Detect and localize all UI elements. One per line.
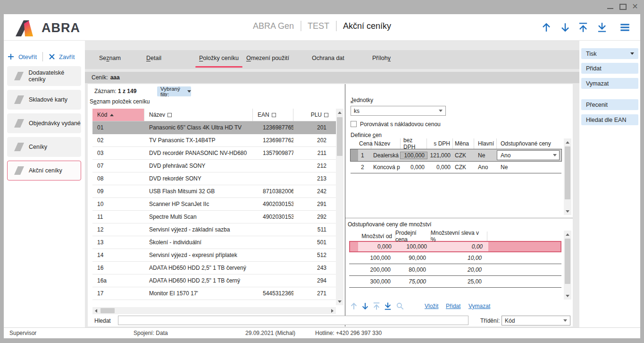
scroll-left-icon[interactable]	[92, 307, 100, 314]
table-row[interactable]: 10Scanner HP ScanJet IIc4902030153557291	[92, 198, 336, 211]
plus-icon[interactable]	[7, 53, 15, 60]
hledat-dle-ean-button[interactable]: Hledat dle EAN	[581, 114, 638, 125]
table-row[interactable]: 08DVD rekordér SONY213	[92, 172, 336, 185]
menu-icon[interactable]	[619, 21, 631, 34]
move-up-icon[interactable]	[349, 301, 359, 311]
app-header: ABRA ABRA Gen TEST Akční ceníky	[4, 14, 640, 41]
screen: ✕ ABRA ABRA Gen TEST	[0, 0, 644, 343]
compare-cost-checkbox[interactable]	[351, 121, 357, 127]
precenit-button[interactable]: Přecenit	[581, 99, 638, 110]
column-header-mnozstevni-sleva[interactable]: Množstevní sleva v %	[431, 232, 487, 241]
table-row[interactable]: 09USB Flash Mitsumi 32 GB871038200647924…	[92, 185, 336, 198]
jednotky-select[interactable]: ks	[351, 106, 446, 116]
table-row[interactable]: 300,000 75,000 25,00	[349, 276, 561, 288]
vymazat-link[interactable]: Vymazat	[468, 303, 490, 309]
column-header-s-dph[interactable]: s DPH	[427, 138, 453, 149]
vertical-scrollbar[interactable]	[564, 138, 571, 215]
maximize-icon[interactable]	[619, 3, 627, 10]
close-button[interactable]: Zavřít	[59, 53, 75, 60]
close-icon[interactable]: ✕	[631, 3, 639, 10]
vertical-scrollbar[interactable]	[564, 231, 571, 300]
vertical-scrollbar[interactable]	[336, 109, 343, 305]
list-title: Seznam položek ceníku	[90, 98, 150, 105]
tab-polozky-ceniku[interactable]: Položky ceníku	[199, 55, 239, 61]
tab-detail[interactable]: Detail	[146, 55, 161, 61]
scroll-up-icon[interactable]	[564, 138, 571, 146]
scroll-down-icon[interactable]	[564, 207, 571, 215]
table-row[interactable]: 2 Koncová p 0,000 0,000 CZK Ano Ne	[351, 161, 561, 173]
search-icon[interactable]	[395, 301, 405, 311]
table-row[interactable]: 13Školení - individuální501	[92, 236, 336, 249]
table-row[interactable]: 100,000 90,000 10,00	[349, 252, 561, 264]
table-row[interactable]: 200,000 80,000 20,00	[349, 264, 561, 276]
table-row[interactable]: 02TV Panasonic TX-14B4TP123698776238202	[92, 134, 336, 147]
table-row[interactable]: 16ADATA HD650 HDD 2,5" 1 TB červený243	[92, 262, 336, 274]
column-header-nazev[interactable]: Název	[144, 109, 253, 121]
column-header-plu[interactable]: PLU	[293, 109, 336, 121]
column-header-cena[interactable]: Cena	[351, 138, 371, 149]
search-input[interactable]	[118, 316, 468, 325]
scroll-right-icon[interactable]	[329, 307, 336, 314]
column-header-bez-dph[interactable]: bez DPH	[401, 138, 427, 149]
jump-to-bottom-icon[interactable]	[596, 21, 608, 34]
chevron-down-icon	[439, 110, 443, 112]
close-x-icon[interactable]	[49, 53, 55, 60]
table-row[interactable]: 1 Dealerská 100,000 121,000 CZK Ne Ano	[351, 149, 561, 161]
column-header-odstupnovane-ceny[interactable]: Odstupňované ceny	[497, 138, 561, 149]
tisk-button[interactable]: Tisk	[581, 48, 638, 59]
scrollbar-thumb[interactable]	[565, 146, 570, 199]
scrollbar-thumb[interactable]	[100, 308, 115, 313]
column-header-kod[interactable]: Kód	[92, 109, 144, 121]
column-header-nazev[interactable]: Název	[371, 138, 401, 149]
tab-ochrana-dat[interactable]: Ochrana dat	[312, 55, 344, 61]
odstupnovane-cell-select[interactable]: Ano	[497, 150, 560, 160]
navigate-first-icon[interactable]	[540, 21, 552, 34]
table-row[interactable]: 11Spectre Multi Scan4902030153577292	[92, 211, 336, 223]
table-row[interactable]: 17Monitor EI 1570 17'5445312369556271	[92, 287, 336, 300]
scroll-down-icon[interactable]	[564, 292, 571, 300]
column-option-icon	[324, 113, 328, 117]
column-header-mena[interactable]: Měna	[453, 138, 474, 149]
column-header-hlavni[interactable]: Hlavní	[474, 138, 497, 149]
table-row[interactable]: 16aADATA HD650 HDD 2,5" 1 TB černý294	[92, 274, 336, 287]
sidebar-item-akcni-ceniky[interactable]: Akční ceníky	[7, 161, 81, 180]
sidebar-item-dodavatelske-ceniky[interactable]: Dodavatelské ceníky	[7, 66, 81, 86]
scroll-down-icon[interactable]	[336, 298, 343, 305]
scroll-up-icon[interactable]	[564, 231, 571, 238]
move-to-bottom-icon[interactable]	[383, 301, 393, 311]
panel-splitter[interactable]	[345, 84, 345, 326]
pridat-link[interactable]: Přidat	[446, 303, 460, 309]
move-down-icon[interactable]	[360, 301, 370, 311]
column-header-mnozstvi-od[interactable]: Množství od	[349, 232, 395, 241]
row-filler	[487, 264, 561, 275]
sidebar-item-objednavky-vydane[interactable]: Objednávky vydané	[7, 113, 81, 133]
move-to-top-icon[interactable]	[372, 301, 381, 311]
filter-dropdown[interactable]: Vybraný filtr:	[157, 86, 191, 96]
scroll-up-icon[interactable]	[336, 109, 343, 116]
tab-prilohy[interactable]: Přílohy	[372, 55, 391, 61]
quantity-prices-table: Množství od Prodejní cena Množstevní sle…	[349, 232, 561, 288]
table-row[interactable]: 14Servisní výjezd - expresní příplatek51…	[92, 249, 336, 262]
tab-seznam[interactable]: Seznam	[99, 55, 121, 61]
scrollbar-thumb[interactable]	[337, 117, 343, 156]
table-row[interactable]: 12Servisní výjezd - základní sazba511	[92, 223, 336, 236]
minimize-icon[interactable]	[606, 3, 615, 10]
sidebar-item-skladove-karty[interactable]: Skladové karty	[7, 90, 81, 110]
cenik-bar: Ceník: aaa	[85, 72, 579, 83]
column-header-prodejni-cena[interactable]: Prodejní cena	[395, 232, 431, 241]
scrollbar-thumb[interactable]	[565, 239, 570, 284]
vymazat-button[interactable]: Vymazat	[581, 78, 638, 89]
sort-select[interactable]: Kód	[502, 316, 570, 326]
open-button[interactable]: Otevřít	[18, 53, 37, 60]
column-header-ean[interactable]: EAN	[253, 109, 293, 121]
sidebar-item-ceniky[interactable]: Ceníky	[7, 137, 81, 157]
horizontal-scrollbar[interactable]	[92, 307, 336, 314]
jump-to-top-icon[interactable]	[577, 21, 589, 34]
navigate-next-icon[interactable]	[559, 21, 571, 34]
vlozit-link[interactable]: Vložit	[425, 303, 438, 309]
table-row[interactable]: 03DVD recordér PANASONIC NV-HD6801357909…	[92, 147, 336, 160]
tab-omezeni-pouziti[interactable]: Omezení použití	[246, 55, 289, 61]
table-row[interactable]: 01Panasonic 65" Class 4K Ultra HD TV1236…	[92, 121, 336, 134]
pridat-button[interactable]: Přidat	[581, 63, 638, 74]
table-row[interactable]: 07DVD přehrávač SONY212	[92, 160, 336, 172]
